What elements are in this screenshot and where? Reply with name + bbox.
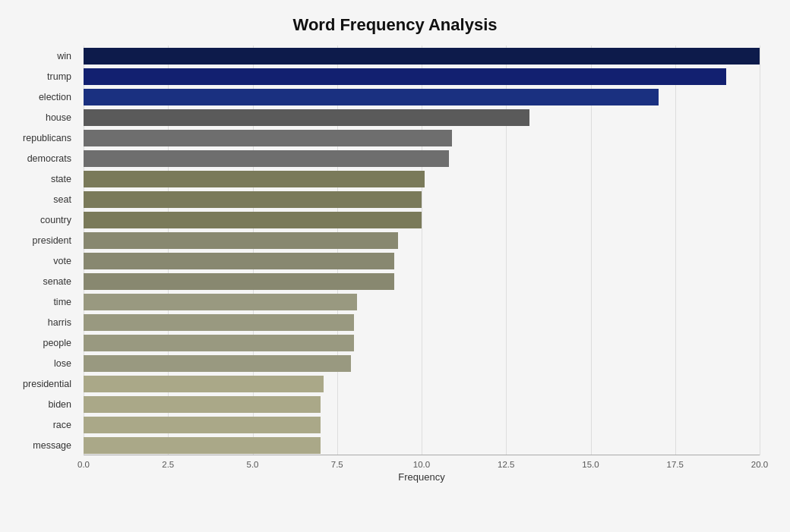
bar-row: vote — [84, 253, 760, 269]
bar-label: election — [0, 92, 77, 102]
bar-label: senate — [0, 276, 77, 287]
bar — [84, 130, 452, 146]
bar-label: democrats — [0, 153, 77, 164]
x-tick: 12.5 — [498, 460, 514, 469]
bar — [84, 212, 422, 228]
bar-label: state — [0, 174, 77, 184]
bar — [84, 171, 425, 187]
x-axis: Frequency 0.02.55.07.510.012.515.017.520… — [84, 455, 760, 486]
bar-label: biden — [0, 399, 77, 410]
bar-row: trump — [84, 68, 760, 85]
bar-row: time — [84, 294, 760, 310]
bar — [84, 314, 354, 331]
bar — [84, 376, 324, 392]
bar-label: harris — [0, 317, 77, 328]
bar-row: biden — [84, 396, 760, 413]
bar-label: country — [0, 215, 77, 225]
bar-row: election — [84, 89, 760, 105]
bar — [84, 396, 321, 413]
x-tick: 2.5 — [162, 460, 174, 469]
bar — [84, 335, 354, 351]
chart-title: Word Frequency Analysis — [30, 15, 760, 35]
x-tick: 17.5 — [667, 460, 684, 469]
bar-track — [84, 130, 760, 146]
bar-label: race — [0, 420, 77, 430]
bar-track — [84, 437, 760, 454]
x-tick: 15.0 — [582, 460, 599, 469]
bar — [84, 232, 398, 249]
bar-track — [84, 89, 760, 105]
bars-wrapper: wintrumpelectionhouserepublicansdemocrat… — [84, 46, 760, 455]
bar — [84, 109, 529, 126]
x-axis-label: Frequency — [398, 471, 444, 483]
bar-label: time — [0, 297, 77, 307]
bar-label: people — [0, 338, 77, 348]
bar-label: win — [0, 51, 77, 61]
bar-track — [84, 417, 760, 433]
bar-label: house — [0, 112, 77, 123]
bar — [84, 437, 321, 454]
bar-label: seat — [0, 194, 77, 205]
bar-track — [84, 232, 760, 249]
bar-track — [84, 273, 760, 290]
bar-row: country — [84, 212, 760, 228]
x-tick: 10.0 — [413, 460, 430, 469]
bar-row: democrats — [84, 150, 760, 167]
bar-row: president — [84, 232, 760, 249]
bar-label: president — [0, 235, 77, 246]
bar-track — [84, 396, 760, 413]
x-tick: 7.5 — [331, 460, 343, 469]
bar-track — [84, 68, 760, 85]
bar-label: vote — [0, 256, 77, 266]
bar-track — [84, 253, 760, 269]
bar-row: republicans — [84, 130, 760, 146]
bar — [84, 89, 659, 105]
bar — [84, 150, 449, 167]
bar-row: state — [84, 171, 760, 187]
bar-label: republicans — [0, 133, 77, 143]
bar — [84, 48, 760, 65]
bar-row: harris — [84, 314, 760, 331]
bar — [84, 68, 726, 85]
bar — [84, 253, 394, 269]
bar-row: message — [84, 437, 760, 454]
bar-track — [84, 355, 760, 372]
bar-row: lose — [84, 355, 760, 372]
bar-track — [84, 171, 760, 187]
x-tick: 20.0 — [751, 460, 768, 469]
bar-label: message — [0, 440, 77, 451]
grid-line — [760, 46, 760, 455]
bar-label: lose — [0, 358, 77, 369]
bar-label: trump — [0, 71, 77, 82]
bar-track — [84, 191, 760, 208]
bar-row: race — [84, 417, 760, 433]
chart-area: wintrumpelectionhouserepublicansdemocrat… — [84, 46, 760, 486]
bar — [84, 273, 394, 290]
bar-label: presidential — [0, 379, 77, 389]
bar-track — [84, 376, 760, 392]
x-tick: 5.0 — [247, 460, 259, 469]
x-tick: 0.0 — [77, 460, 90, 469]
bar-row: people — [84, 335, 760, 351]
bar — [84, 294, 357, 310]
bar-track — [84, 335, 760, 351]
bar-track — [84, 294, 760, 310]
bar-track — [84, 150, 760, 167]
bar-row: presidential — [84, 376, 760, 392]
bar-row: house — [84, 109, 760, 126]
bar-track — [84, 48, 760, 65]
bar-track — [84, 109, 760, 126]
bar — [84, 417, 321, 433]
bar-track — [84, 314, 760, 331]
chart-container: Word Frequency Analysis wintrumpelection… — [0, 0, 790, 532]
bar-row: seat — [84, 191, 760, 208]
bar-track — [84, 212, 760, 228]
bar — [84, 355, 351, 372]
bar — [84, 191, 422, 208]
bar-row: senate — [84, 273, 760, 290]
bar-row: win — [84, 48, 760, 65]
